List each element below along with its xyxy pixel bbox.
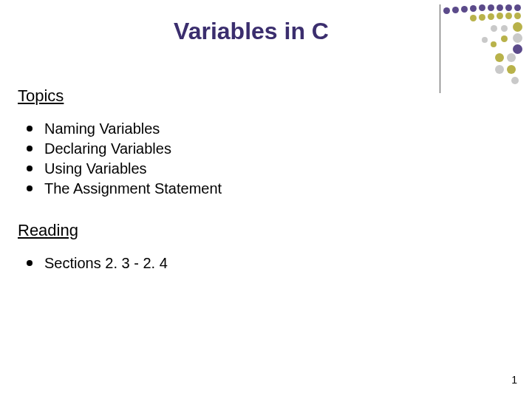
list-item: Naming Variables bbox=[24, 119, 514, 139]
page-number: 1 bbox=[511, 374, 517, 386]
reading-section: Reading Sections 2. 3 - 2. 4 bbox=[18, 221, 514, 273]
list-item: Declaring Variables bbox=[24, 139, 514, 159]
list-item: Using Variables bbox=[24, 159, 514, 179]
topics-list: Naming Variables Declaring Variables Usi… bbox=[24, 119, 514, 199]
corner-decoration bbox=[443, 4, 526, 86]
reading-list: Sections 2. 3 - 2. 4 bbox=[24, 253, 514, 273]
topics-section: Topics Naming Variables Declaring Variab… bbox=[18, 86, 514, 199]
reading-heading: Reading bbox=[18, 221, 514, 240]
slide-title: Variables in C bbox=[92, 18, 411, 45]
title-divider bbox=[440, 4, 440, 93]
list-item: Sections 2. 3 - 2. 4 bbox=[24, 253, 514, 273]
slide: Variables in C Topics Naming Variables D… bbox=[0, 0, 532, 399]
list-item: The Assignment Statement bbox=[24, 179, 514, 199]
